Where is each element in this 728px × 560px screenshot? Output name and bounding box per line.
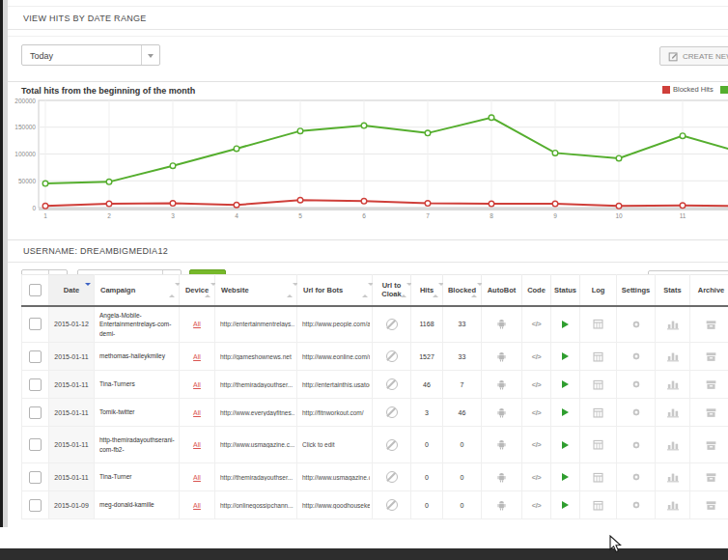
- device-all-link[interactable]: All: [193, 353, 201, 360]
- android-robot-icon[interactable]: [495, 378, 508, 391]
- cloak-disabled-icon[interactable]: [386, 350, 398, 362]
- cell-url-for-bots[interactable]: http://www.people.com/ar...: [297, 306, 373, 343]
- archive-box-icon[interactable]: [705, 378, 717, 390]
- create-new-campaign-button[interactable]: CREATE NEW CAMPAIGN: [659, 46, 728, 66]
- row-checkbox[interactable]: [29, 438, 42, 451]
- stats-bar-chart-icon[interactable]: [666, 406, 680, 418]
- gear-icon[interactable]: [630, 319, 642, 330]
- column-header-date[interactable]: Date: [49, 275, 95, 306]
- gear-icon[interactable]: [630, 471, 642, 483]
- archive-box-icon[interactable]: [705, 439, 717, 451]
- column-header-stats[interactable]: Stats: [656, 275, 690, 306]
- column-header-device[interactable]: Device: [180, 275, 215, 306]
- android-robot-icon[interactable]: [495, 499, 508, 512]
- log-calendar-icon[interactable]: [592, 499, 604, 512]
- archive-box-icon[interactable]: [705, 406, 717, 418]
- cloak-disabled-icon[interactable]: [386, 319, 398, 330]
- archive-box-icon[interactable]: [705, 471, 717, 483]
- status-active-icon[interactable]: [562, 473, 569, 481]
- cloak-disabled-icon[interactable]: [386, 439, 398, 451]
- status-active-icon[interactable]: [562, 501, 569, 509]
- column-header-campaign[interactable]: Campaign: [95, 275, 180, 306]
- device-all-link[interactable]: All: [193, 409, 201, 416]
- stats-bar-chart-icon[interactable]: [666, 319, 680, 330]
- column-header-settings[interactable]: Settings: [617, 275, 656, 306]
- android-robot-icon[interactable]: [495, 471, 508, 484]
- column-header-url-to-cloak[interactable]: Url to Cloak: [373, 275, 411, 306]
- cell-url-for-bots[interactable]: http://www.eonline.com/n...: [297, 343, 373, 371]
- cell-website[interactable]: http://entertainmentrelays...: [215, 306, 297, 343]
- cloak-disabled-icon[interactable]: [386, 378, 398, 390]
- status-active-icon[interactable]: [562, 352, 569, 360]
- log-calendar-icon[interactable]: [592, 378, 604, 391]
- android-robot-icon[interactable]: [495, 318, 508, 330]
- code-icon[interactable]: </>: [532, 380, 541, 389]
- row-checkbox[interactable]: [29, 499, 42, 512]
- cloak-disabled-icon[interactable]: [386, 471, 398, 483]
- log-calendar-icon[interactable]: [592, 438, 604, 451]
- cloak-disabled-icon[interactable]: [386, 406, 398, 418]
- gear-icon[interactable]: [630, 499, 642, 511]
- archive-box-icon[interactable]: [705, 350, 717, 362]
- column-header-status[interactable]: Status: [551, 275, 580, 306]
- log-calendar-icon[interactable]: [592, 350, 604, 363]
- stats-bar-chart-icon[interactable]: [666, 471, 680, 483]
- log-calendar-icon[interactable]: [592, 406, 604, 419]
- column-header-website[interactable]: Website: [215, 275, 297, 306]
- select-all-checkbox[interactable]: [29, 284, 42, 296]
- code-icon[interactable]: </>: [532, 408, 541, 417]
- android-robot-icon[interactable]: [495, 438, 508, 451]
- stats-bar-chart-icon[interactable]: [666, 378, 680, 390]
- device-all-link[interactable]: All: [193, 502, 201, 509]
- date-range-select[interactable]: Today: [21, 44, 160, 66]
- column-header-hits[interactable]: Hits: [411, 275, 443, 306]
- archive-box-icon[interactable]: [705, 319, 717, 330]
- android-robot-icon[interactable]: [495, 350, 508, 363]
- status-active-icon[interactable]: [562, 408, 569, 416]
- cell-url-for-bots[interactable]: Click to edit: [297, 427, 373, 463]
- device-all-link[interactable]: All: [193, 321, 201, 327]
- cell-website[interactable]: http://themiradayouthser...: [215, 463, 297, 491]
- select-all-header[interactable]: [22, 275, 49, 306]
- gear-icon[interactable]: [630, 406, 642, 418]
- archive-box-icon[interactable]: [705, 499, 717, 511]
- cell-website[interactable]: http://www.usmagazine.c...: [215, 427, 297, 463]
- device-all-link[interactable]: All: [193, 381, 201, 388]
- cell-website[interactable]: http://www.everydayfitnes...: [215, 399, 297, 427]
- device-all-link[interactable]: All: [193, 441, 201, 448]
- column-header-url-for-bots[interactable]: Url for Bots: [297, 275, 373, 306]
- log-calendar-icon[interactable]: [592, 318, 604, 330]
- row-checkbox[interactable]: [29, 378, 42, 391]
- code-icon[interactable]: </>: [532, 501, 541, 510]
- status-active-icon[interactable]: [562, 380, 569, 388]
- column-header-code[interactable]: Code: [522, 275, 551, 306]
- row-checkbox[interactable]: [29, 471, 42, 484]
- status-active-icon[interactable]: [562, 441, 569, 449]
- stats-bar-chart-icon[interactable]: [666, 499, 680, 511]
- column-header-log[interactable]: Log: [580, 275, 617, 306]
- code-icon[interactable]: </>: [532, 320, 541, 328]
- column-header-autobot[interactable]: AutoBot: [482, 275, 522, 306]
- device-all-link[interactable]: All: [193, 474, 201, 481]
- log-calendar-icon[interactable]: [592, 471, 604, 484]
- code-icon[interactable]: </>: [532, 440, 541, 449]
- row-checkbox[interactable]: [29, 350, 42, 363]
- stats-bar-chart-icon[interactable]: [666, 350, 680, 362]
- gear-icon[interactable]: [630, 350, 642, 362]
- status-active-icon[interactable]: [562, 321, 569, 328]
- gear-icon[interactable]: [630, 439, 642, 451]
- cell-url-for-bots[interactable]: http://entertainthis.usatod...: [297, 371, 373, 399]
- cell-url-for-bots[interactable]: http://fitnworkout.com/: [297, 399, 373, 427]
- cloak-disabled-icon[interactable]: [386, 499, 398, 511]
- code-icon[interactable]: </>: [532, 352, 541, 361]
- cell-website[interactable]: http://themiradayouthser...: [215, 371, 297, 399]
- cell-url-for-bots[interactable]: http://www.usmagazine.c...: [297, 463, 373, 491]
- column-header-archive[interactable]: Archive: [690, 275, 728, 306]
- gear-icon[interactable]: [630, 378, 642, 390]
- stats-bar-chart-icon[interactable]: [666, 439, 680, 451]
- code-icon[interactable]: </>: [532, 473, 541, 482]
- row-checkbox[interactable]: [29, 406, 42, 419]
- android-robot-icon[interactable]: [495, 406, 508, 419]
- cell-url-for-bots[interactable]: http://www.goodhouseke...: [297, 491, 373, 519]
- column-header-blocked[interactable]: Blocked: [443, 275, 482, 306]
